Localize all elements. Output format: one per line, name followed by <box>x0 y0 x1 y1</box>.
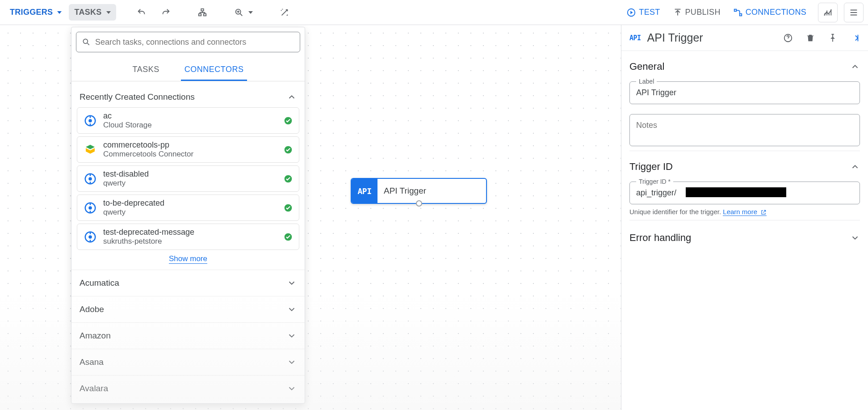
trigger-id-helper-text: Unique identifier for the trigger. <box>629 208 721 216</box>
tab-tasks[interactable]: TASKS <box>129 61 163 81</box>
external-link-icon <box>760 209 767 216</box>
redacted-value <box>686 187 786 197</box>
show-more-link[interactable]: Show more <box>169 254 207 264</box>
section-general: General Label <box>629 51 860 151</box>
vendor-label: Avalara <box>80 384 108 393</box>
undo-icon <box>137 8 147 17</box>
svg-point-13 <box>88 177 92 181</box>
redo-icon <box>161 8 171 17</box>
zoom-button[interactable] <box>228 4 259 21</box>
magic-wand-button[interactable] <box>273 4 296 21</box>
connection-item[interactable]: to-be-deprecatedqwerty <box>77 194 299 221</box>
delete-icon[interactable] <box>805 33 815 43</box>
section-trigger-id-header[interactable]: Trigger ID <box>629 161 860 173</box>
connection-subtitle: qwerty <box>103 179 277 188</box>
layout-button[interactable] <box>191 4 214 21</box>
section-general-header[interactable]: General <box>629 61 860 72</box>
test-label: TEST <box>639 8 660 17</box>
pin-icon[interactable] <box>828 33 838 43</box>
undo-button[interactable] <box>130 4 153 21</box>
layout-icon <box>197 8 207 17</box>
test-button[interactable]: TEST <box>621 4 665 21</box>
play-circle-icon <box>626 8 636 17</box>
analytics-icon <box>823 8 833 17</box>
publish-button[interactable]: PUBLISH <box>667 4 726 21</box>
collapse-panel-icon[interactable] <box>850 33 860 43</box>
cloud-connector-icon <box>84 114 97 127</box>
tasks-dropdown-panel: TASKS CONNECTORS Recently Created Connec… <box>71 27 305 404</box>
svg-point-16 <box>88 206 92 210</box>
connection-item[interactable]: commercetools-ppCommercetools Connector <box>77 136 299 163</box>
vendor-label: Acumatica <box>80 278 119 288</box>
status-ok-icon <box>284 232 293 241</box>
connection-subtitle: sukruths-petstore <box>103 237 277 246</box>
node-output-port[interactable] <box>416 200 422 207</box>
connection-list: acCloud Storagecommercetools-ppCommercet… <box>71 107 305 250</box>
cloud-connector-icon <box>84 230 97 244</box>
caret-down-icon <box>248 11 253 14</box>
connection-item[interactable]: test-disabledqwerty <box>77 165 299 192</box>
side-title: API Trigger <box>647 31 771 44</box>
menu-icon <box>849 8 859 17</box>
help-icon[interactable] <box>783 33 793 43</box>
vendor-row[interactable]: Amazon <box>71 322 305 349</box>
chevron-down-icon <box>287 384 297 393</box>
recent-connections-header[interactable]: Recently Created Connections <box>71 85 305 107</box>
label-input[interactable] <box>630 82 860 104</box>
vendor-row[interactable]: Avalara <box>71 375 305 402</box>
chevron-up-icon <box>850 162 860 172</box>
trigger-id-helper: Unique identifier for the trigger. Learn… <box>629 208 860 216</box>
magic-wand-icon <box>280 8 289 17</box>
chevron-down-icon <box>287 278 297 288</box>
section-trigger-id: Trigger ID Trigger ID * Unique identifie… <box>629 151 860 220</box>
vendor-row[interactable]: Adobe <box>71 296 305 322</box>
section-error-handling-heading: Error handling <box>629 232 691 244</box>
search-field[interactable] <box>76 32 300 52</box>
connection-subtitle: Commercetools Connector <box>103 150 277 159</box>
node-api-trigger[interactable]: API API Trigger <box>351 178 487 204</box>
svg-point-19 <box>88 235 92 239</box>
section-general-heading: General <box>629 61 664 72</box>
analytics-button[interactable] <box>818 3 838 22</box>
publish-label: PUBLISH <box>685 8 721 17</box>
cloud-connector-icon <box>84 172 97 186</box>
vendor-row[interactable]: Acumatica <box>71 270 305 296</box>
triggers-label: TRIGGERS <box>10 8 53 17</box>
svg-point-9 <box>88 119 92 123</box>
menu-button[interactable] <box>844 3 864 22</box>
tasks-dropdown-button[interactable]: TASKS <box>69 4 116 21</box>
search-input[interactable] <box>95 38 294 47</box>
commercetools-icon <box>84 143 97 156</box>
chevron-down-icon <box>287 331 297 341</box>
learn-more-link[interactable]: Learn more <box>723 208 767 216</box>
triggers-dropdown-button[interactable]: TRIGGERS <box>4 4 67 21</box>
tab-connectors[interactable]: CONNECTORS <box>181 61 247 81</box>
label-field[interactable]: Label <box>629 81 860 104</box>
svg-rect-2 <box>203 13 206 16</box>
show-more-row: Show more <box>71 250 305 270</box>
vendor-row[interactable]: Asana <box>71 349 305 375</box>
chevron-down-icon <box>287 357 297 367</box>
connection-item[interactable]: test-deprecated-messagesukruths-petstore <box>77 224 299 250</box>
svg-rect-5 <box>734 9 736 11</box>
chevron-up-icon <box>850 62 860 72</box>
redo-button[interactable] <box>155 4 177 21</box>
trigger-id-field-label: Trigger ID * <box>636 178 673 185</box>
notes-field[interactable] <box>629 114 860 146</box>
connections-button[interactable]: CONNECTIONS <box>728 4 812 21</box>
section-error-handling-header[interactable]: Error handling <box>629 220 860 255</box>
connection-name: ac <box>103 111 277 121</box>
trigger-id-field[interactable]: Trigger ID * <box>629 182 860 204</box>
connection-item[interactable]: acCloud Storage <box>77 107 299 134</box>
notes-input[interactable] <box>630 114 860 144</box>
caret-down-icon <box>106 11 111 14</box>
dropdown-tabs: TASKS CONNECTORS <box>71 55 305 81</box>
main-area: API API Trigger TASKS CONNECTORS Rece <box>0 25 868 410</box>
publish-icon <box>673 8 683 17</box>
svg-rect-1 <box>198 13 201 16</box>
node-badge: API <box>352 179 377 203</box>
chevron-down-icon <box>850 233 860 243</box>
canvas[interactable]: API API Trigger TASKS CONNECTORS Rece <box>0 25 621 410</box>
svg-point-7 <box>83 39 88 43</box>
dropdown-body[interactable]: Recently Created Connections acCloud Sto… <box>71 81 305 403</box>
